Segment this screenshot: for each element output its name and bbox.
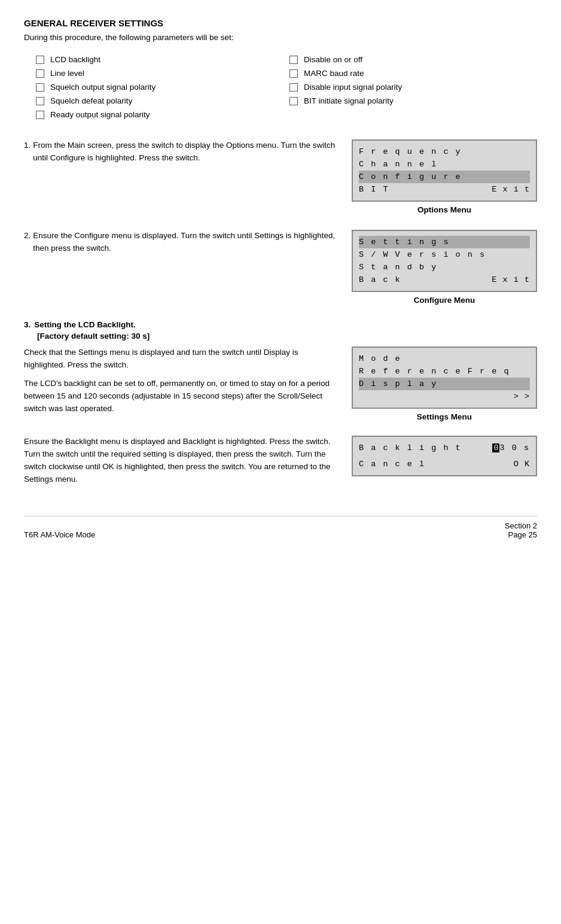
- list-item: Squelch defeat polarity: [36, 94, 283, 108]
- checklist-item-label: Ready output signal polarity: [50, 110, 150, 119]
- checkbox-icon: [36, 56, 44, 64]
- checklist-item-label: MARC baud rate: [304, 69, 364, 78]
- step-3-backlight-lcd-area: B a c k l i g h t 0 3 0 s C a n c e l O …: [352, 436, 537, 492]
- checkbox-icon: [289, 97, 298, 105]
- step-3-settings-lcd-area: M o d e R e f e r e n c e F r e q D i s …: [352, 346, 537, 431]
- lcd-caption: Configure Menu: [414, 296, 475, 305]
- lcd-row-text: D i s p l a y: [359, 379, 530, 388]
- list-item: LCD backlight: [36, 53, 283, 66]
- intro-text: During this procedure, the following par…: [24, 33, 537, 42]
- checkbox-icon: [36, 69, 44, 78]
- checkbox-icon: [289, 83, 298, 92]
- lcd-row: F r e q u e n c y: [359, 145, 530, 158]
- step-2: 2. Ensure the Configure menu is displaye…: [24, 230, 537, 314]
- step-number: 2.: [24, 230, 31, 255]
- step-2-lcd-area: S e t t i n g s S / W V e r s i o n s S …: [352, 230, 537, 314]
- checkbox-icon: [36, 97, 44, 105]
- list-item: Disable input signal polarity: [289, 80, 537, 94]
- checklist-item-label: LCD backlight: [50, 55, 100, 64]
- lcd-row: B I T E x i t: [359, 183, 530, 196]
- checklist-item-label: BIT initiate signal polarity: [304, 96, 394, 105]
- lcd-settings-menu: M o d e R e f e r e n c e F r e q D i s …: [352, 346, 537, 409]
- checklist-item-label: Squelch output signal polarity: [50, 83, 156, 92]
- lcd-caption: Settings Menu: [417, 412, 472, 421]
- checklist-item-label: Disable on or off: [304, 55, 362, 64]
- lcd-row-right-text: E x i t: [492, 275, 530, 284]
- checklist-right: Disable on or off MARC baud rate Disable…: [289, 53, 537, 121]
- lcd-row-highlighted: S e t t i n g s: [359, 236, 530, 248]
- list-item: Line level: [36, 66, 283, 80]
- page-title: GENERAL RECEIVER SETTINGS: [24, 18, 537, 28]
- footer-section: Section 2: [505, 521, 537, 530]
- step-3-backlight-block: Ensure the Backlight menu is displayed a…: [24, 436, 537, 492]
- lcd-configure-menu: S e t t i n g s S / W V e r s i o n s S …: [352, 230, 537, 292]
- step-3-para3: Ensure the Backlight menu is displayed a…: [24, 436, 340, 492]
- step-1-text: 1. From the Main screen, press the switc…: [24, 139, 340, 224]
- step-1: 1. From the Main screen, press the switc…: [24, 139, 537, 224]
- list-item: Ready output signal polarity: [36, 108, 283, 121]
- list-item: Squelch output signal polarity: [36, 80, 283, 94]
- lcd-row-highlighted: C o n f i g u r e: [359, 171, 530, 183]
- lcd-row: C a n c e l O K: [359, 458, 530, 470]
- lcd-row-text: M o d e: [359, 354, 530, 363]
- lcd-row-highlighted: D i s p l a y: [359, 378, 530, 390]
- step-3: 3. Setting the LCD Backlight. [Factory d…: [24, 320, 537, 492]
- lcd-row-text: C h a n n e l: [359, 160, 530, 169]
- checklist: LCD backlight Line level Squelch output …: [36, 53, 537, 121]
- lcd-row: C h a n n e l: [359, 158, 530, 171]
- lcd-row-text: S t a n d b y: [359, 263, 530, 272]
- checkbox-icon: [289, 69, 298, 78]
- lcd-row-text: B I T: [359, 185, 492, 194]
- step-3-para1: Check that the Settings menu is displaye…: [24, 346, 340, 431]
- checklist-item-label: Line level: [50, 69, 84, 78]
- checklist-item-label: Squelch defeat polarity: [50, 96, 132, 105]
- footer-right: Section 2 Page 25: [505, 521, 537, 539]
- step-1-lcd-area: F r e q u e n c y C h a n n e l C o n f …: [352, 139, 537, 224]
- footer-left: T6R AM-Voice Mode: [24, 530, 95, 539]
- lcd-options-menu: F r e q u e n c y C h a n n e l C o n f …: [352, 139, 537, 202]
- lcd-backlight-menu: B a c k l i g h t 0 3 0 s C a n c e l O …: [352, 436, 537, 476]
- lcd-row: B a c k E x i t: [359, 273, 530, 286]
- step-3-header-row: 3. Setting the LCD Backlight.: [24, 320, 537, 329]
- step-2-text: 2. Ensure the Configure menu is displaye…: [24, 230, 340, 314]
- list-item: MARC baud rate: [289, 66, 537, 80]
- lcd-row-text: B a c k l i g h t: [359, 443, 492, 452]
- lcd-caption: Options Menu: [417, 205, 471, 214]
- lcd-row-text: R e f e r e n c e F r e q: [359, 367, 530, 376]
- lcd-row: M o d e: [359, 352, 530, 365]
- lcd-row-text: S e t t i n g s: [359, 238, 530, 247]
- step-description: From the Main screen, press the switch t…: [33, 139, 340, 165]
- checkbox-icon: [36, 83, 44, 92]
- lcd-row-right-text: > >: [514, 392, 530, 401]
- lcd-row-text: S / W V e r s i o n s: [359, 250, 530, 259]
- step-description: Ensure the Configure menu is displayed. …: [33, 230, 340, 255]
- checklist-left: LCD backlight Line level Squelch output …: [36, 53, 283, 121]
- lcd-row-text: F r e q u e n c y: [359, 147, 530, 156]
- step-3-factory: [Factory default setting: 30 s]: [37, 332, 537, 341]
- lcd-row: S / W V e r s i o n s: [359, 248, 530, 261]
- lcd-row: S t a n d b y: [359, 261, 530, 273]
- lcd-row-right-text: 3 0 s: [499, 443, 530, 452]
- lcd-number-highlight: 0: [492, 443, 499, 452]
- checkbox-icon: [289, 56, 298, 64]
- lcd-row-right-text: O K: [514, 460, 530, 469]
- list-item: BIT initiate signal polarity: [289, 94, 537, 108]
- step-number: 3.: [24, 320, 31, 329]
- checklist-item-label: Disable input signal polarity: [304, 83, 402, 92]
- step-3-heading: Setting the LCD Backlight.: [34, 320, 136, 329]
- lcd-row: R e f e r e n c e F r e q: [359, 365, 530, 378]
- footer-page: Page 25: [505, 530, 537, 539]
- page-footer: T6R AM-Voice Mode Section 2 Page 25: [24, 516, 537, 539]
- lcd-row-text: B a c k: [359, 275, 492, 284]
- lcd-row-text: C a n c e l: [359, 460, 514, 469]
- list-item: Disable on or off: [289, 53, 537, 66]
- lcd-row-text: C o n f i g u r e: [359, 172, 530, 181]
- step-number: 1.: [24, 139, 31, 165]
- lcd-row-right-text: E x i t: [492, 185, 530, 194]
- checkbox-icon: [36, 111, 44, 119]
- lcd-row: B a c k l i g h t 0 3 0 s: [359, 442, 530, 454]
- step-3-settings-block: Check that the Settings menu is displaye…: [24, 346, 537, 431]
- lcd-row: > >: [359, 390, 530, 403]
